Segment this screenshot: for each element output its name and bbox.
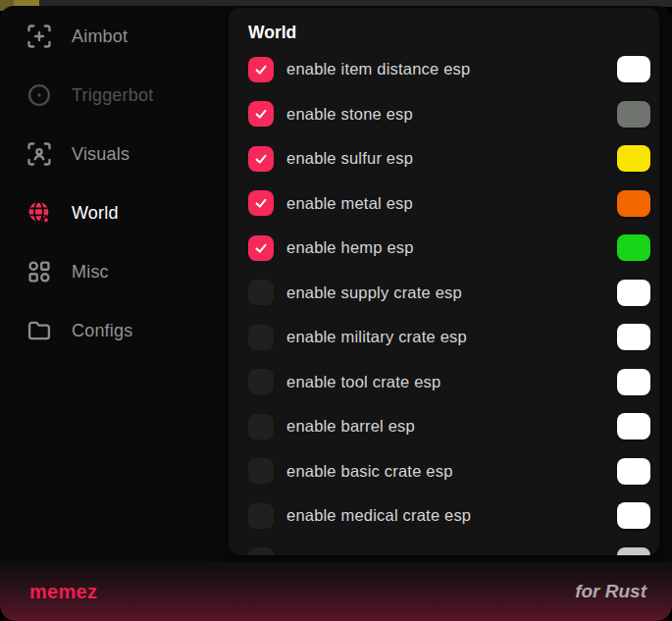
sidebar: Aimbot Triggerbot Visuals — [0, 6, 229, 562]
esp-row-sulfur: enable sulfur esp — [248, 136, 650, 181]
color-swatch[interactable] — [617, 190, 650, 217]
esp-row-stone: enable stone esp — [248, 92, 650, 137]
esp-row-label: enable stone esp — [286, 105, 413, 124]
checkbox-tool-crate[interactable] — [248, 369, 274, 394]
esp-row-metal: enable metal esp — [248, 181, 650, 227]
esp-row-label: enable tool crate esp — [286, 373, 440, 391]
checkbox-medical-crate[interactable] — [248, 503, 274, 529]
color-swatch[interactable] — [617, 369, 650, 395]
color-swatch[interactable] — [617, 234, 650, 261]
sidebar-item-aimbot[interactable]: Aimbot — [0, 7, 229, 66]
sidebar-item-world[interactable]: World — [0, 183, 229, 242]
esp-row-basic-crate: enable basic crate esp — [248, 449, 650, 494]
color-swatch[interactable] — [617, 280, 650, 306]
color-swatch[interactable] — [617, 413, 650, 440]
color-swatch[interactable] — [617, 547, 650, 555]
world-settings-panel: World enable item distance esp enable st… — [229, 8, 659, 555]
checkbox-barrel[interactable] — [248, 414, 274, 440]
page-title: World — [248, 22, 650, 43]
esp-row-item-distance: enable item distance esp — [248, 47, 650, 92]
esp-row-label: enable hemp esp — [286, 238, 414, 257]
sidebar-item-label: Triggerbot — [72, 85, 153, 106]
esp-row-label: enable basic crate esp — [286, 462, 453, 481]
esp-row-hemp: enable hemp esp — [248, 226, 650, 271]
aimbot-crosshair-icon — [25, 22, 54, 51]
esp-row-label: enable medical crate esp — [286, 506, 471, 525]
cheat-menu-window: Aimbot Triggerbot Visuals — [0, 6, 672, 621]
esp-row-partial — [248, 539, 650, 556]
sidebar-item-label: World — [72, 203, 119, 224]
configs-folder-icon — [25, 316, 54, 345]
sidebar-item-label: Misc — [72, 262, 109, 283]
sidebar-item-misc[interactable]: Misc — [0, 242, 229, 301]
sidebar-item-visuals[interactable]: Visuals — [0, 125, 229, 183]
checkbox-hemp[interactable] — [248, 235, 274, 261]
esp-row-label: enable item distance esp — [286, 60, 470, 78]
checkbox-partial[interactable] — [248, 547, 274, 555]
check-icon — [253, 240, 269, 256]
triggerbot-circle-icon — [25, 80, 54, 110]
sidebar-item-label: Visuals — [72, 144, 129, 165]
world-globe-icon — [25, 198, 54, 228]
esp-row-barrel: enable barrel esp — [248, 404, 650, 449]
visuals-person-scan-icon — [25, 139, 54, 169]
checkbox-supply-crate[interactable] — [248, 280, 274, 305]
esp-row-military-crate: enable military crate esp — [248, 315, 650, 360]
check-icon — [253, 195, 269, 211]
checkbox-sulfur[interactable] — [248, 146, 274, 172]
color-swatch[interactable] — [617, 502, 650, 529]
edition-label: for Rust — [575, 581, 646, 602]
sidebar-item-label: Configs — [72, 321, 132, 341]
esp-row-label: enable metal esp — [286, 194, 413, 213]
color-swatch[interactable] — [617, 56, 650, 82]
misc-shapes-icon — [25, 257, 54, 286]
sidebar-item-configs[interactable]: Configs — [0, 301, 229, 360]
sidebar-item-label: Aimbot — [72, 26, 128, 47]
checkbox-metal[interactable] — [248, 190, 274, 216]
esp-row-label: enable supply crate esp — [286, 284, 462, 302]
sidebar-item-triggerbot[interactable]: Triggerbot — [0, 66, 229, 125]
color-swatch[interactable] — [617, 101, 650, 128]
esp-row-label: enable military crate esp — [286, 328, 467, 346]
esp-row-label: enable barrel esp — [286, 417, 415, 436]
brand-name: memez — [29, 581, 97, 603]
color-swatch[interactable] — [617, 324, 650, 350]
color-swatch[interactable] — [617, 145, 650, 172]
color-swatch[interactable] — [617, 458, 650, 485]
check-icon — [253, 106, 269, 122]
checkbox-basic-crate[interactable] — [248, 458, 274, 484]
footer-bar: memez for Rust — [0, 562, 672, 621]
esp-row-label: enable sulfur esp — [286, 149, 413, 168]
esp-row-tool-crate: enable tool crate esp — [248, 360, 650, 405]
check-icon — [253, 62, 269, 78]
check-icon — [253, 151, 269, 167]
esp-row-medical-crate: enable medical crate esp — [248, 493, 650, 539]
checkbox-military-crate[interactable] — [248, 325, 274, 350]
checkbox-stone[interactable] — [248, 101, 274, 127]
esp-row-supply-crate: enable supply crate esp — [248, 271, 650, 316]
checkbox-item-distance[interactable] — [248, 57, 274, 82]
